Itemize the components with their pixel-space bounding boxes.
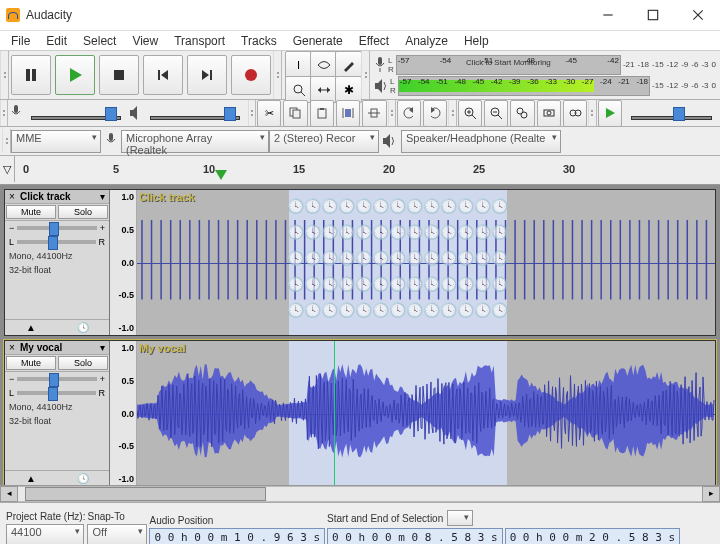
collapse-button[interactable]: ▲ bbox=[5, 471, 57, 485]
skip-start-button[interactable] bbox=[143, 55, 183, 95]
toolbar-handle[interactable] bbox=[448, 100, 456, 126]
playback-speed-slider[interactable] bbox=[627, 105, 716, 121]
copy-button[interactable] bbox=[283, 100, 307, 127]
menu-select[interactable]: Select bbox=[76, 32, 123, 50]
scale-tick: -1.0 bbox=[112, 474, 134, 484]
skip-end-button[interactable] bbox=[187, 55, 227, 95]
track-control-panel[interactable]: ×My vocal▾ MuteSolo −+ LR Mono, 44100Hz … bbox=[5, 341, 110, 485]
minimize-button[interactable] bbox=[585, 0, 630, 30]
solo-button[interactable]: Solo bbox=[58, 205, 108, 219]
menu-tracks[interactable]: Tracks bbox=[234, 32, 284, 50]
close-track-button[interactable]: × bbox=[6, 191, 18, 202]
menu-generate[interactable]: Generate bbox=[286, 32, 350, 50]
toolbar-handle[interactable] bbox=[248, 100, 256, 126]
toolbar-handle[interactable] bbox=[2, 129, 11, 153]
recording-volume-slider[interactable] bbox=[27, 105, 125, 121]
trim-button[interactable] bbox=[336, 100, 360, 127]
zoom-out-button[interactable] bbox=[484, 100, 508, 127]
timeline-ruler[interactable]: ▽ 0 5 10 15 20 25 30 bbox=[0, 156, 720, 185]
vertical-scale[interactable]: 1.0 0.5 0.0 -0.5 -1.0 bbox=[110, 190, 137, 335]
scroll-right-button[interactable]: ▸ bbox=[702, 486, 720, 502]
menu-transport[interactable]: Transport bbox=[167, 32, 232, 50]
silence-button[interactable] bbox=[362, 100, 386, 127]
toolbar-handle[interactable] bbox=[588, 100, 596, 126]
toolbar-handle[interactable] bbox=[388, 100, 396, 126]
gain-slider[interactable] bbox=[17, 226, 96, 230]
record-button[interactable] bbox=[231, 55, 271, 95]
meter-tick: -9 bbox=[681, 60, 688, 69]
playback-meter[interactable]: LR -57 -54 -51 -48 -45 -42 -39 -36 -33 -… bbox=[374, 76, 716, 96]
toolbar-handle[interactable] bbox=[361, 51, 370, 99]
timeline-quickplay-icon[interactable]: ▽ bbox=[0, 156, 15, 182]
multi-tool[interactable]: ✱ bbox=[335, 76, 362, 103]
menu-effect[interactable]: Effect bbox=[352, 32, 396, 50]
menu-view[interactable]: View bbox=[125, 32, 165, 50]
track-menu-dropdown[interactable]: ▾ bbox=[96, 191, 108, 202]
pan-slider[interactable] bbox=[17, 391, 95, 395]
recording-device-dropdown[interactable]: Microphone Array (Realtek bbox=[121, 130, 269, 153]
track-control-panel[interactable]: ×Click track▾ MuteSolo −+ LR Mono, 44100… bbox=[5, 190, 110, 335]
waveform-my-vocal[interactable]: My vocal bbox=[137, 341, 715, 485]
meter-tick: -18 bbox=[637, 60, 649, 69]
stop-button[interactable] bbox=[99, 55, 139, 95]
toolbar-handle[interactable] bbox=[0, 51, 9, 99]
recording-channels-dropdown[interactable]: 2 (Stereo) Recor bbox=[269, 130, 379, 153]
undo-button[interactable] bbox=[397, 100, 421, 127]
vertical-scale[interactable]: 1.0 0.5 0.0 -0.5 -1.0 bbox=[110, 341, 137, 485]
audio-position-field[interactable]: 0 0 h 0 0 m 1 0 . 9 6 3 s bbox=[149, 528, 325, 544]
audio-host-dropdown[interactable]: MME bbox=[11, 130, 101, 153]
paste-button[interactable] bbox=[310, 100, 334, 127]
horizontal-scrollbar[interactable]: ◂ ▸ bbox=[0, 485, 720, 502]
window-title: Audacity bbox=[26, 8, 72, 22]
selection-start-field[interactable]: 0 0 h 0 0 m 0 8 . 5 8 3 s bbox=[327, 528, 503, 544]
menu-help[interactable]: Help bbox=[457, 32, 496, 50]
fit-selection-button[interactable] bbox=[510, 100, 534, 127]
selection-tool[interactable]: I bbox=[285, 51, 312, 78]
project-rate-dropdown[interactable]: 44100 bbox=[6, 524, 84, 544]
selection-end-field[interactable]: 0 0 h 0 0 m 2 0 . 5 8 3 s bbox=[505, 528, 681, 544]
selection-mode-dropdown[interactable] bbox=[447, 510, 473, 526]
timeshift-tool[interactable] bbox=[310, 76, 337, 103]
maximize-button[interactable] bbox=[630, 0, 675, 30]
snap-to-dropdown[interactable]: Off bbox=[87, 524, 147, 544]
play-at-speed-button[interactable] bbox=[598, 100, 622, 127]
track-menu-dropdown[interactable]: ▾ bbox=[96, 342, 108, 353]
track-name: My vocal bbox=[18, 342, 96, 353]
menu-edit[interactable]: Edit bbox=[39, 32, 74, 50]
gain-slider[interactable] bbox=[17, 377, 96, 381]
zoom-toggle-button[interactable] bbox=[563, 100, 587, 127]
zoom-in-button[interactable] bbox=[458, 100, 482, 127]
svg-rect-7 bbox=[114, 70, 124, 80]
play-button[interactable] bbox=[55, 55, 95, 95]
draw-tool[interactable] bbox=[335, 51, 362, 78]
meter-tick: -3 bbox=[701, 60, 708, 69]
cut-button[interactable]: ✂ bbox=[257, 100, 281, 127]
collapse-button[interactable]: ▲ bbox=[5, 320, 57, 335]
scroll-left-button[interactable]: ◂ bbox=[0, 486, 18, 502]
solo-button[interactable]: Solo bbox=[58, 356, 108, 370]
pause-button[interactable] bbox=[11, 55, 51, 95]
menu-file[interactable]: File bbox=[4, 32, 37, 50]
toolbar-handle[interactable] bbox=[0, 100, 8, 126]
zoom-tool[interactable] bbox=[285, 76, 312, 103]
playback-device-dropdown[interactable]: Speaker/Headphone (Realte bbox=[401, 130, 561, 153]
fit-project-button[interactable] bbox=[537, 100, 561, 127]
recording-meter[interactable]: LR -57 -54 -51 -48 -45 -42 Click to Star… bbox=[374, 55, 716, 75]
mute-button[interactable]: Mute bbox=[6, 356, 56, 370]
envelope-tool[interactable] bbox=[310, 51, 337, 78]
playback-volume-slider[interactable] bbox=[146, 105, 244, 121]
playhead-marker-icon[interactable] bbox=[215, 170, 227, 180]
mute-button[interactable]: Mute bbox=[6, 205, 56, 219]
redo-button[interactable] bbox=[423, 100, 447, 127]
svg-rect-11 bbox=[210, 70, 212, 80]
scroll-thumb[interactable] bbox=[25, 487, 266, 501]
pan-left-label: L bbox=[9, 237, 14, 247]
gain-plus-icon: + bbox=[100, 374, 105, 384]
menu-analyze[interactable]: Analyze bbox=[398, 32, 455, 50]
close-track-button[interactable]: × bbox=[6, 342, 18, 353]
pan-slider[interactable] bbox=[17, 240, 95, 244]
close-button[interactable] bbox=[675, 0, 720, 30]
waveform-click-track[interactable]: Click track 🕓🕓🕓🕓🕓🕓🕓🕓🕓🕓🕓🕓🕓🕓🕓🕓🕓🕓🕓🕓🕓🕓🕓🕓🕓🕓🕓🕓… bbox=[137, 190, 715, 335]
toolbar-handle[interactable] bbox=[273, 51, 282, 99]
meter-tick: -15 bbox=[652, 81, 664, 90]
